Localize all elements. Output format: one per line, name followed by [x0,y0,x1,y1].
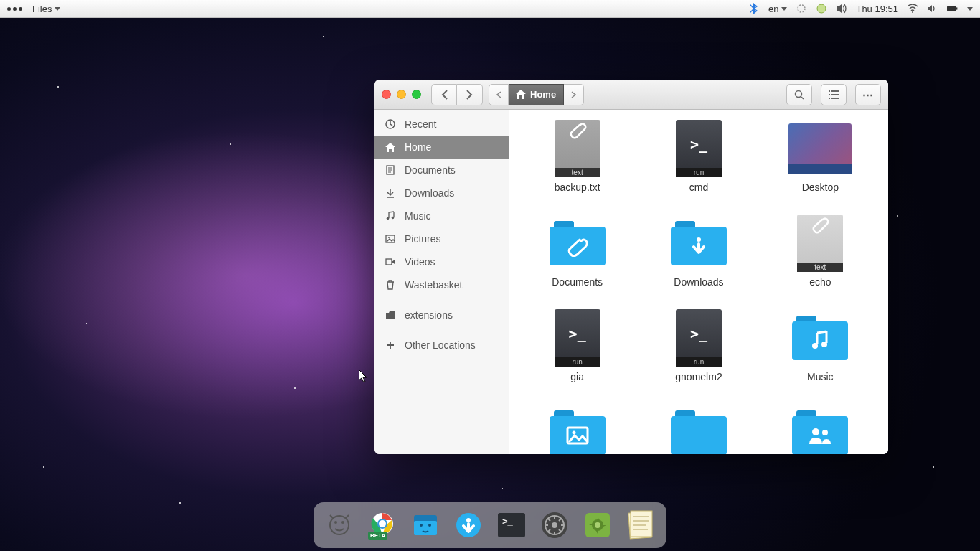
window-titlebar[interactable]: Home ⋯ [374,80,888,110]
vid-icon [385,258,396,265]
sidebar-item-label: Pictures [405,233,441,245]
content-area[interactable]: textbackup.txt>_runcmdDesktopDocumentsDo… [509,110,888,454]
svg-line-6 [801,97,804,99]
file-label: gnomelm2 [675,371,722,382]
sidebar-item-downloads[interactable]: Downloads [374,182,509,204]
clock-icon [385,119,396,129]
sidebar-item-label: extensions [405,309,453,321]
battery-icon[interactable] [947,3,958,14]
down-icon [385,188,396,198]
folder-icon [550,410,606,454]
file-label: Downloads [674,276,723,288]
file-item[interactable]: textbackup.txt [524,120,631,193]
dock-settings[interactable] [536,507,573,544]
svg-point-31 [334,521,337,524]
dock-terminal[interactable]: >_ [493,507,530,544]
folder-icon [550,221,606,265]
file-item[interactable] [524,404,631,454]
svg-point-39 [428,524,431,527]
sidebar-item-label: Recent [405,118,436,130]
sidebar-item-label: Music [405,210,431,222]
svg-point-21 [388,237,390,238]
clock[interactable]: Thu 19:51 [856,4,898,14]
close-button[interactable] [382,90,391,99]
file-item[interactable]: >_rungia [524,309,631,382]
home-icon [516,90,526,99]
weather-icon[interactable] [796,3,807,14]
svg-point-57 [595,522,600,528]
volume-icon[interactable] [836,3,847,14]
file-item[interactable] [645,404,752,454]
path-next-button[interactable] [564,84,584,105]
sidebar-item-recent[interactable]: Recent [374,113,509,136]
file-label: cmd [689,182,708,193]
svg-text:>_: >_ [502,516,514,527]
sound-icon[interactable] [927,3,938,14]
minimize-button[interactable] [397,90,406,99]
file-item[interactable]: >_rungnomelm2 [645,309,752,382]
sidebar-item-wastebasket[interactable]: Wastebasket [374,273,509,296]
dock-software[interactable] [450,507,487,544]
chevron-down-icon [781,7,787,11]
wifi-icon[interactable] [907,3,918,14]
svg-point-29 [822,430,828,435]
trash-icon [385,280,396,290]
system-menu-chevron-icon[interactable] [967,7,973,11]
sidebar-item-label: Downloads [405,187,454,199]
desktop-folder-icon [788,123,852,174]
sidebar-item-home[interactable]: Home [374,136,509,159]
svg-rect-4 [956,7,958,9]
bluetooth-icon[interactable] [748,3,760,14]
svg-rect-8 [831,90,839,92]
svg-rect-7 [829,90,830,92]
hamburger-menu-button[interactable]: ⋯ [855,84,881,105]
file-item[interactable]: Desktop [767,120,874,193]
file-label: Desktop [802,182,839,193]
file-item[interactable] [767,404,874,454]
svg-point-27 [572,431,575,435]
plus-icon [385,341,396,349]
sidebar-item-extensions[interactable]: extensions [374,303,509,326]
chevron-down-icon [55,7,60,11]
script-file-icon: >_run [676,309,722,367]
dock-chrome-beta[interactable]: BETA [364,507,401,544]
search-button[interactable] [786,84,812,105]
sidebar-item-label: Home [405,141,431,153]
svg-point-23 [697,237,701,242]
file-item[interactable]: >_runcmd [645,120,752,193]
file-item[interactable]: Documents [524,215,631,288]
dock: BETA>_ [314,502,666,548]
path-prev-button[interactable] [489,84,509,105]
file-label: Music [807,371,834,382]
file-item[interactable]: Music [767,309,874,382]
file-label: gia [570,371,584,382]
svg-rect-22 [386,259,392,265]
svg-point-0 [798,5,805,12]
dock-files[interactable] [407,507,444,544]
sidebar-item-videos[interactable]: Videos [374,250,509,273]
file-item[interactable]: Downloads [645,215,752,288]
app-menu[interactable]: Files [32,4,60,14]
sidebar-item-music[interactable]: Music [374,204,509,227]
path-segment-home[interactable]: Home [509,84,564,105]
back-button[interactable] [431,84,457,105]
sidebar-other-locations[interactable]: Other Locations [374,334,509,357]
dock-app-launcher[interactable] [321,507,358,544]
activities-button[interactable] [7,7,22,11]
keyboard-layout[interactable]: en [768,4,787,14]
file-item[interactable]: textecho [767,215,874,288]
svg-rect-37 [414,521,437,535]
forward-button[interactable] [457,84,483,105]
sidebar-item-documents[interactable]: Documents [374,159,509,182]
svg-rect-12 [831,98,839,99]
tray-app-icon[interactable] [816,3,827,14]
svg-point-28 [812,428,819,435]
sidebar-item-pictures[interactable]: Pictures [374,227,509,250]
file-label: Documents [552,276,603,288]
maximize-button[interactable] [412,90,421,99]
pic-icon [385,235,396,243]
text-file-icon: text [797,215,843,272]
view-list-button[interactable] [821,84,847,105]
dock-notes[interactable] [622,507,659,544]
dock-tweaks[interactable] [579,507,616,544]
